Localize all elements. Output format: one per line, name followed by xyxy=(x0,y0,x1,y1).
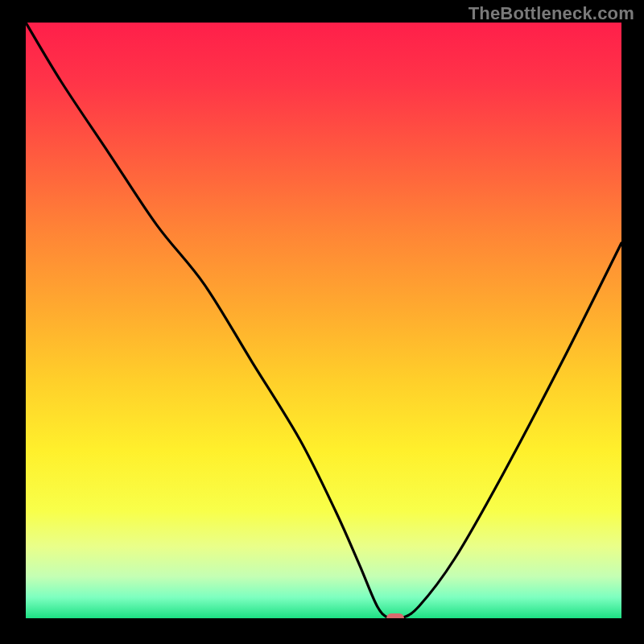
chart-frame: TheBottleneck.com xyxy=(0,0,644,644)
watermark-text: TheBottleneck.com xyxy=(469,3,634,24)
bottleneck-curve xyxy=(26,23,621,618)
plot-area xyxy=(26,23,621,618)
optimal-point-marker xyxy=(386,613,404,618)
